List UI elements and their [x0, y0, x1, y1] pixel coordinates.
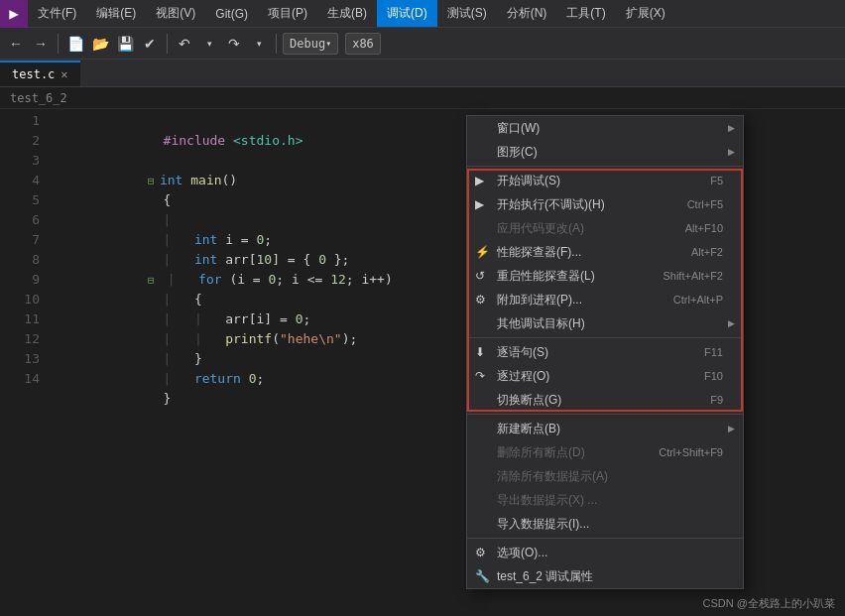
perf-icon: ⚡	[475, 245, 490, 259]
menu-item-debug-props[interactable]: 🔧 test_6_2 调试属性	[467, 564, 743, 588]
menu-item-attach[interactable]: ⚙ 附加到进程(P)... Ctrl+Alt+P	[467, 288, 743, 311]
menu-item-apply-code-label: 应用代码更改(A)	[497, 220, 584, 237]
menu-item-toggle-bp-label: 切换断点(G)	[497, 392, 561, 409]
menu-item-export-datatips-label: 导出数据提示(X) ...	[497, 492, 597, 509]
separator-3	[276, 34, 277, 54]
step-over-shortcut: F10	[704, 370, 723, 382]
menu-item-delete-all-bp[interactable]: 删除所有断点(D) Ctrl+Shift+F9	[467, 440, 743, 464]
forward-button[interactable]: →	[30, 33, 52, 55]
menu-item-attach-label: 附加到进程(P)...	[497, 292, 582, 308]
menu-test[interactable]: 测试(S)	[437, 0, 497, 27]
menu-item-other-targets-label: 其他调试目标(H)	[497, 315, 585, 332]
separator-1	[58, 34, 59, 54]
menu-item-step-over[interactable]: ↷ 逐过程(O) F10	[467, 364, 743, 388]
undo-button[interactable]: ↶	[174, 33, 195, 55]
menu-bar: ▶ 文件(F) 编辑(E) 视图(V) Git(G) 项目(P) 生成(B) 调…	[0, 0, 845, 28]
menu-git[interactable]: Git(G)	[205, 0, 258, 27]
delete-all-bp-shortcut: Ctrl+Shift+F9	[659, 446, 723, 458]
menu-item-options-label: 选项(O)...	[497, 545, 547, 561]
menu-item-clear-datatips[interactable]: 清除所有数据提示(A)	[467, 464, 743, 488]
undo-dropdown[interactable]: ▾	[198, 33, 220, 55]
step-into-shortcut: F11	[704, 346, 723, 358]
options-icon: ⚙	[475, 546, 486, 559]
menu-item-perf-profiler[interactable]: ⚡ 性能探查器(F)... Alt+F2	[467, 240, 743, 264]
menu-item-start-no-debug-label: 开始执行(不调试)(H)	[497, 196, 605, 213]
save-button[interactable]: 💾	[114, 33, 136, 55]
debug-dropdown-menu[interactable]: 窗口(W) 图形(C) ▶ 开始调试(S) F5 ▶	[466, 115, 744, 589]
props-icon: 🔧	[475, 569, 490, 583]
separator-s2	[467, 337, 743, 338]
watermark: CSDN @全栈路上的小趴菜	[703, 596, 835, 611]
menu-edit[interactable]: 编辑(E)	[86, 0, 146, 27]
menu-item-window[interactable]: 窗口(W)	[467, 116, 743, 140]
menu-item-clear-datatips-label: 清除所有数据提示(A)	[497, 468, 608, 485]
main-area: test_6_2 1 2 3 4 5 6 7 8 9 10 11 12 13 1…	[0, 87, 845, 616]
menu-item-start-debug[interactable]: ▶ 开始调试(S) F5	[467, 169, 743, 192]
start-no-debug-shortcut: Ctrl+F5	[687, 198, 723, 210]
separator-2	[167, 34, 168, 54]
apply-code-shortcut: Alt+F10	[685, 222, 723, 234]
menu-view[interactable]: 视图(V)	[146, 0, 205, 27]
restart-icon: ↺	[475, 269, 485, 283]
menu-analyze[interactable]: 分析(N)	[497, 0, 557, 27]
menu-item-window-label: 窗口(W)	[497, 120, 540, 137]
separator-s1	[467, 166, 743, 167]
menu-item-debug-props-label: test_6_2 调试属性	[497, 568, 593, 585]
menu-tools[interactable]: 工具(T)	[556, 0, 615, 27]
menu-item-graphics[interactable]: 图形(C)	[467, 140, 743, 164]
toggle-bp-shortcut: F9	[710, 394, 723, 406]
menu-item-step-into[interactable]: ⬇ 逐语句(S) F11	[467, 340, 743, 364]
breadcrumb-label: test_6_2	[10, 91, 67, 105]
menu-extensions[interactable]: 扩展(X)	[616, 0, 675, 27]
menu-item-import-datatips[interactable]: 导入数据提示(I)...	[467, 512, 743, 536]
menu-item-new-bp-label: 新建断点(B)	[497, 421, 560, 437]
new-file-button[interactable]: 📄	[64, 33, 86, 55]
menu-item-import-datatips-label: 导入数据提示(I)...	[497, 516, 589, 533]
menu-item-graphics-label: 图形(C)	[497, 144, 538, 161]
back-button[interactable]: ←	[5, 33, 27, 55]
menu-build[interactable]: 生成(B)	[317, 0, 377, 27]
menu-debug[interactable]: 调试(D)	[377, 0, 437, 27]
restart-shortcut: Shift+Alt+F2	[663, 270, 723, 282]
attach-shortcut: Ctrl+Alt+P	[673, 294, 723, 306]
menu-item-new-bp[interactable]: 新建断点(B)	[467, 417, 743, 440]
tab-label: test.c	[12, 67, 55, 81]
menu-item-step-over-label: 逐过程(O)	[497, 368, 549, 385]
redo-button[interactable]: ↷	[223, 33, 245, 55]
start-no-debug-icon: ▶	[475, 197, 484, 211]
menu-file[interactable]: 文件(F)	[28, 0, 86, 27]
menu-item-step-into-label: 逐语句(S)	[497, 344, 548, 361]
menu-item-start-debug-label: 开始调试(S)	[497, 173, 560, 189]
attach-icon: ⚙	[475, 293, 486, 307]
menu-item-other-targets[interactable]: 其他调试目标(H)	[467, 311, 743, 335]
save-all-button[interactable]: ✔	[139, 33, 161, 55]
menu-project[interactable]: 项目(P)	[258, 0, 317, 27]
menu-item-toggle-breakpoint[interactable]: 切换断点(G) F9	[467, 388, 743, 412]
menu-item-export-datatips[interactable]: 导出数据提示(X) ...	[467, 488, 743, 512]
start-debug-icon: ▶	[475, 174, 484, 187]
arch-selector[interactable]: x86	[345, 33, 381, 55]
separator-s4	[467, 538, 743, 539]
menu-item-restart-profiler[interactable]: ↺ 重启性能探查器(L) Shift+Alt+F2	[467, 264, 743, 288]
tab-test-c[interactable]: test.c ✕	[0, 61, 80, 86]
menu-item-restart-label: 重启性能探查器(L)	[497, 268, 595, 285]
debug-mode-dropdown[interactable]: Debug	[283, 33, 338, 55]
line-numbers: 1 2 3 4 5 6 7 8 9 10 11 12 13 14	[0, 109, 45, 616]
tab-close-icon[interactable]: ✕	[60, 67, 67, 81]
perf-shortcut: Alt+F2	[691, 246, 723, 258]
menu-items: 文件(F) 编辑(E) 视图(V) Git(G) 项目(P) 生成(B) 调试(…	[28, 0, 675, 27]
menu-item-options[interactable]: ⚙ 选项(O)...	[467, 541, 743, 564]
step-into-icon: ⬇	[475, 345, 485, 359]
vs-logo: ▶	[0, 0, 28, 28]
menu-item-start-no-debug[interactable]: ▶ 开始执行(不调试)(H) Ctrl+F5	[467, 192, 743, 216]
open-file-button[interactable]: 📂	[89, 33, 111, 55]
toolbar: ← → 📄 📂 💾 ✔ ↶ ▾ ↷ ▾ Debug x86	[0, 28, 845, 60]
redo-dropdown[interactable]: ▾	[248, 33, 270, 55]
start-debug-shortcut: F5	[710, 175, 723, 186]
menu-item-delete-all-label: 删除所有断点(D)	[497, 444, 585, 461]
tab-bar: test.c ✕	[0, 60, 845, 87]
breadcrumb: test_6_2	[0, 87, 845, 109]
code-editor[interactable]: test_6_2 1 2 3 4 5 6 7 8 9 10 11 12 13 1…	[0, 87, 845, 616]
menu-item-apply-code[interactable]: 应用代码更改(A) Alt+F10	[467, 216, 743, 240]
step-over-icon: ↷	[475, 369, 485, 383]
